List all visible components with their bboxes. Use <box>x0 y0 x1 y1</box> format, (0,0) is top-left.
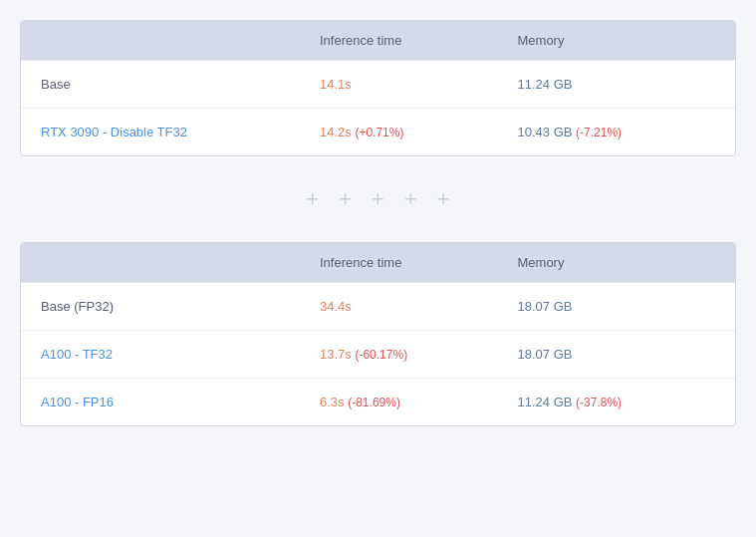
table1-header-col1 <box>41 33 320 48</box>
table2-header-col1 <box>41 255 320 270</box>
inference-diff: (-81.69%) <box>348 396 400 409</box>
row-name[interactable]: RTX 3090 - Disable TF32 <box>41 125 320 139</box>
table-row: A100 - FP16 6.3s (-81.69%) 11.24 GB (-37… <box>21 378 735 425</box>
comparison-table-1: Inference time Memory Base 14.1s 11.24 G… <box>20 20 736 156</box>
memory-diff: (-7.21%) <box>576 126 622 139</box>
add-icon[interactable]: + <box>339 188 352 210</box>
table1-header: Inference time Memory <box>21 21 735 60</box>
row-name[interactable]: A100 - FP16 <box>41 395 320 409</box>
memory-value: 11.24 GB <box>518 77 716 92</box>
add-icon[interactable]: + <box>404 188 417 210</box>
row-name: Base (FP32) <box>41 299 320 314</box>
separator: + + + + + <box>20 180 736 218</box>
inference-value: 13.7s (-60.17%) <box>320 347 518 362</box>
table1-header-col3: Memory <box>518 33 716 48</box>
inference-value: 6.3s (-81.69%) <box>320 395 518 409</box>
inference-value: 14.1s <box>320 77 518 92</box>
add-icon[interactable]: + <box>306 188 319 210</box>
inference-diff: (-60.17%) <box>355 348 407 362</box>
comparison-table-2: Inference time Memory Base (FP32) 34.4s … <box>20 242 736 426</box>
table1-header-col2: Inference time <box>320 33 518 48</box>
memory-diff: (-37.8%) <box>576 396 622 409</box>
table2-header-col2: Inference time <box>320 255 518 270</box>
row-name[interactable]: A100 - TF32 <box>41 347 320 362</box>
table-row: A100 - TF32 13.7s (-60.17%) 18.07 GB <box>21 330 735 378</box>
inference-value: 34.4s <box>320 299 518 314</box>
memory-value: 10.43 GB (-7.21%) <box>518 125 716 139</box>
table-row: RTX 3090 - Disable TF32 14.2s (+0.71%) 1… <box>21 108 735 155</box>
add-icon[interactable]: + <box>437 188 450 210</box>
memory-value: 18.07 GB <box>518 299 716 314</box>
table-row: Base 14.1s 11.24 GB <box>21 60 735 108</box>
memory-value: 11.24 GB (-37.8%) <box>518 395 716 409</box>
row-name: Base <box>41 77 320 92</box>
inference-diff: (+0.71%) <box>355 126 403 139</box>
table2-header: Inference time Memory <box>21 243 735 282</box>
table-row: Base (FP32) 34.4s 18.07 GB <box>21 282 735 330</box>
memory-value: 18.07 GB <box>518 347 716 362</box>
table2-header-col3: Memory <box>518 255 716 270</box>
add-icon[interactable]: + <box>372 188 384 210</box>
inference-value: 14.2s (+0.71%) <box>320 125 518 139</box>
